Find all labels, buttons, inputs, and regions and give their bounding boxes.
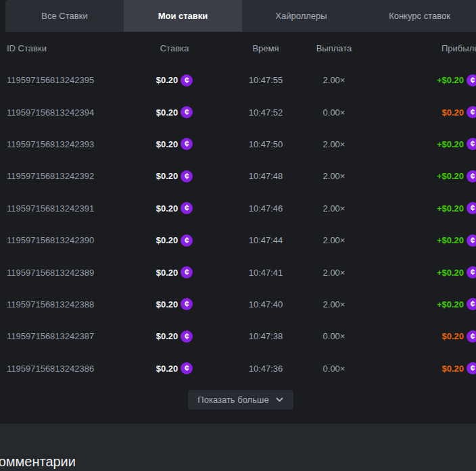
coin-icon: ¢	[467, 298, 476, 310]
bet-amount-value: $0.20	[156, 331, 178, 341]
bet-amount-value: $0.20	[156, 364, 178, 374]
header-bet-id: ID Ставки	[7, 43, 128, 53]
bet-time: 10:47:44	[220, 235, 311, 245]
bet-payout: 2.00×	[311, 203, 357, 214]
bet-time: 10:47:36	[220, 364, 311, 374]
bet-profit: $0.20¢	[357, 362, 476, 374]
bet-profit-value: +$0.20	[437, 235, 464, 245]
bet-profit-value: +$0.20	[437, 203, 464, 214]
bet-amount: $0.20¢	[128, 138, 220, 150]
tab-my-bets[interactable]: Мои ставки	[124, 0, 242, 32]
coin-icon: ¢	[181, 234, 193, 247]
bet-profit-value: $0.20	[442, 107, 464, 118]
bet-payout: 0.00×	[311, 364, 357, 374]
header-profit: Прибыль	[357, 43, 476, 53]
coin-icon: ¢	[181, 362, 193, 374]
bet-row[interactable]: 119597156813242392$0.20¢10:47:482.00×+$0…	[0, 160, 476, 192]
bet-time: 10:47:40	[220, 299, 311, 309]
bet-row[interactable]: 119597156813242386$0.20¢10:47:360.00×$0.…	[0, 353, 476, 385]
coin-icon: ¢	[467, 74, 476, 86]
comments-section: Комментарии	[0, 424, 476, 471]
bet-id: 119597156813242388	[7, 299, 128, 309]
bet-id: 119597156813242386	[7, 364, 128, 374]
coin-icon: ¢	[181, 138, 193, 150]
bet-profit: +$0.20¢	[357, 266, 476, 278]
bet-amount-value: $0.20	[156, 299, 178, 309]
bet-payout: 2.00×	[311, 235, 357, 245]
bet-profit-value: +$0.20	[437, 299, 464, 309]
bet-id: 119597156813242389	[7, 268, 128, 278]
bet-row[interactable]: 119597156813242388$0.20¢10:47:402.00×+$0…	[0, 289, 476, 320]
bet-time: 10:47:38	[220, 331, 311, 341]
comments-title: Комментарии	[0, 454, 476, 470]
bet-payout: 0.00×	[311, 107, 357, 118]
bet-amount-value: $0.20	[156, 268, 178, 278]
bet-row[interactable]: 119597156813242389$0.20¢10:47:412.00×+$0…	[0, 256, 476, 288]
bet-amount-value: $0.20	[156, 203, 178, 214]
bet-profit: +$0.20¢	[357, 74, 476, 86]
coin-icon: ¢	[181, 298, 193, 310]
bet-id: 119597156813242393	[7, 139, 128, 149]
coin-icon: ¢	[467, 138, 476, 150]
tab-high-rollers[interactable]: Хайроллеры	[242, 0, 360, 32]
coin-icon: ¢	[467, 106, 476, 118]
bet-profit: +$0.20¢	[357, 170, 476, 182]
bet-id: 119597156813242391	[7, 203, 128, 214]
bet-amount-value: $0.20	[156, 75, 178, 85]
coin-icon: ¢	[467, 330, 476, 343]
bet-time: 10:47:46	[220, 203, 311, 214]
bet-profit: +$0.20¢	[357, 298, 476, 310]
bet-payout: 2.00×	[311, 268, 357, 278]
bet-profit-value: $0.20	[442, 331, 464, 341]
bet-profit-value: +$0.20	[437, 139, 464, 149]
bet-payout: 0.00×	[311, 331, 357, 341]
bet-profit-value: +$0.20	[437, 171, 464, 181]
coin-icon: ¢	[181, 202, 193, 214]
bet-amount: $0.20¢	[128, 362, 220, 374]
coin-icon: ¢	[181, 74, 193, 86]
show-more-button[interactable]: Показать больше	[188, 390, 293, 410]
show-more-container: Показать больше	[0, 390, 476, 410]
tab-all-bets[interactable]: Все Ставки	[5, 0, 124, 32]
bet-profit: +$0.20¢	[357, 202, 476, 214]
coin-icon: ¢	[467, 170, 476, 182]
bet-row[interactable]: 119597156813242387$0.20¢10:47:380.00×$0.…	[0, 320, 476, 352]
bet-row[interactable]: 119597156813242391$0.20¢10:47:462.00×+$0…	[0, 193, 476, 224]
bet-amount: $0.20¢	[128, 106, 220, 118]
coin-icon: ¢	[181, 266, 193, 278]
coin-icon: ¢	[181, 106, 193, 118]
bet-profit: $0.20¢	[357, 106, 476, 118]
bet-amount: $0.20¢	[128, 234, 220, 247]
bet-id: 119597156813242394	[7, 107, 128, 118]
bet-time: 10:47:52	[220, 107, 311, 118]
bet-amount-value: $0.20	[156, 171, 178, 181]
bet-amount-value: $0.20	[156, 107, 178, 118]
bet-time: 10:47:48	[220, 171, 311, 181]
bet-amount: $0.20¢	[128, 330, 220, 343]
bet-amount-value: $0.20	[156, 235, 178, 245]
bet-profit-value: +$0.20	[437, 75, 464, 85]
bet-id: 119597156813242387	[7, 331, 128, 341]
bet-profit: $0.20¢	[357, 330, 476, 343]
bet-row[interactable]: 119597156813242393$0.20¢10:47:502.00×+$0…	[0, 128, 476, 160]
bet-payout: 2.00×	[311, 171, 357, 181]
tab-bet-contest[interactable]: Конкурс ставок	[360, 0, 476, 32]
coin-icon: ¢	[467, 362, 476, 374]
bet-row[interactable]: 119597156813242390$0.20¢10:47:442.00×+$0…	[0, 224, 476, 256]
bet-time: 10:47:50	[220, 139, 311, 149]
show-more-label: Показать больше	[197, 395, 268, 405]
table-header-row: ID Ставки Ставка Время Выплата Прибыль	[0, 32, 476, 64]
bet-amount: $0.20¢	[128, 266, 220, 278]
bet-profit-value: $0.20	[442, 364, 464, 374]
bet-profit: +$0.20¢	[357, 138, 476, 150]
header-bet: Ставка	[128, 43, 220, 53]
table-body: 119597156813242395$0.20¢10:47:552.00×+$0…	[0, 64, 476, 385]
bet-amount: $0.20¢	[128, 170, 220, 182]
bet-row[interactable]: 119597156813242395$0.20¢10:47:552.00×+$0…	[0, 64, 476, 96]
bet-amount: $0.20¢	[128, 202, 220, 214]
bet-time: 10:47:55	[220, 75, 311, 85]
bet-row[interactable]: 119597156813242394$0.20¢10:47:520.00×$0.…	[0, 96, 476, 128]
bet-amount: $0.20¢	[128, 74, 220, 86]
bet-id: 119597156813242390	[7, 235, 128, 245]
bet-profit-value: +$0.20	[437, 268, 464, 278]
